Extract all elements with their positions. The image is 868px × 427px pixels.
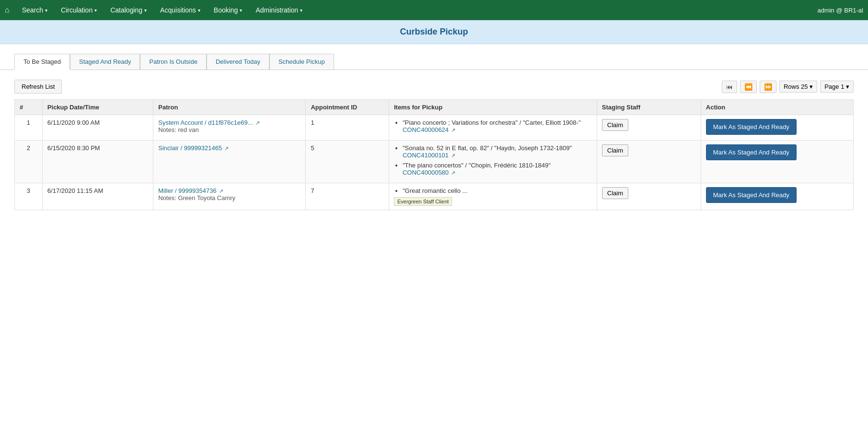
nav-search[interactable]: Search ▾ (15, 0, 54, 20)
next-page-button[interactable]: ⏩ (760, 81, 776, 93)
barcode-link[interactable]: CONC40000580 ↗ (403, 169, 455, 176)
tab-to-be-staged[interactable]: To Be Staged (14, 54, 70, 70)
claim-button[interactable]: Claim (602, 144, 628, 156)
row-datetime: 6/15/2020 8:30 PM (42, 141, 153, 183)
row-patron: System Account / d11f876c1e69... ↗Notes:… (153, 115, 306, 141)
tab-patron-is-outside[interactable]: Patron Is Outside (140, 54, 206, 70)
table-row: 26/15/2020 8:30 PMSinclair / 99999321465… (15, 141, 854, 183)
page-select[interactable]: Page 1 ▾ (820, 81, 854, 93)
claim-button[interactable]: Claim (602, 119, 628, 131)
patron-notes: Notes: red van (158, 126, 301, 133)
patron-link[interactable]: System Account / d11f876c1e69... ↗ (158, 119, 259, 126)
col-header-datetime: Pickup Date/Time (42, 100, 153, 115)
row-patron: Sinclair / 99999321465 ↗ (153, 141, 306, 183)
barcode-link[interactable]: CONC40000624 ↗ (403, 126, 455, 133)
appointments-table: # Pickup Date/Time Patron Appointment ID… (14, 99, 854, 210)
row-action: Mark As Staged And Ready (701, 141, 853, 183)
item-entry: "Sonata no. 52 in E flat, op. 82" / "Hay… (403, 144, 592, 159)
external-link-icon: ↗ (254, 120, 260, 126)
col-header-num: # (15, 100, 43, 115)
toolbar: Refresh List ⏮ ⏪ ⏩ Rows 25 ▾ Page 1 ▾ (14, 80, 854, 94)
mark-staged-button[interactable]: Mark As Staged And Ready (706, 187, 797, 203)
tab-staged-and-ready[interactable]: Staged And Ready (70, 54, 140, 70)
nav-cataloging[interactable]: Cataloging ▾ (104, 0, 153, 20)
tabs: To Be Staged Staged And Ready Patron Is … (14, 54, 854, 70)
main-content: Refresh List ⏮ ⏪ ⏩ Rows 25 ▾ Page 1 ▾ # … (0, 70, 868, 220)
barcode-external-icon: ↗ (450, 153, 455, 158)
item-title: "The piano concertos" / "Chopin, Frédéri… (403, 162, 551, 169)
row-staging-staff: Claim (597, 115, 701, 141)
nav-administration[interactable]: Administration ▾ (249, 0, 309, 20)
item-title: "Great romantic cello ... (403, 187, 467, 194)
row-num: 3 (15, 183, 43, 210)
item-title: "Sonata no. 52 in E flat, op. 82" / "Hay… (403, 144, 572, 152)
barcode-external-icon: ↗ (450, 170, 455, 176)
page-title: Curbside Pickup (400, 27, 468, 36)
tab-delivered-today[interactable]: Delivered Today (207, 54, 269, 70)
patron-link[interactable]: Sinclair / 99999321465 ↗ (158, 144, 229, 152)
mark-staged-button[interactable]: Mark As Staged And Ready (706, 119, 797, 135)
pagination-controls: ⏮ ⏪ ⏩ Rows 25 ▾ Page 1 ▾ (722, 81, 854, 93)
barcode-external-icon: ↗ (450, 127, 455, 133)
col-header-appointment: Appointment ID (306, 100, 389, 115)
col-header-patron: Patron (153, 100, 306, 115)
col-header-action: Action (701, 100, 853, 115)
nav-booking[interactable]: Booking ▾ (207, 0, 249, 20)
prev-page-button[interactable]: ⏪ (740, 81, 757, 93)
refresh-list-button[interactable]: Refresh List (14, 80, 62, 94)
barcode-link[interactable]: CONC41000101 ↗ (403, 152, 455, 159)
table-row: 36/17/2020 11:15 AMMiller / 99999354736 … (15, 183, 854, 210)
top-navigation: ⌂ Search ▾ Circulation ▾ Cataloging ▾ Ac… (0, 0, 868, 20)
row-appointment-id: 7 (306, 183, 389, 210)
row-items: "Sonata no. 52 in E flat, op. 82" / "Hay… (389, 141, 597, 183)
item-entry: "The piano concertos" / "Chopin, Frédéri… (403, 162, 592, 176)
row-datetime: 6/17/2020 11:15 AM (42, 183, 153, 210)
row-action: Mark As Staged And Ready (701, 115, 853, 141)
row-num: 2 (15, 141, 43, 183)
row-items: "Great romantic cello ...Evergreen Staff… (389, 183, 597, 210)
row-appointment-id: 5 (306, 141, 389, 183)
tabs-container: To Be Staged Staged And Ready Patron Is … (0, 44, 868, 70)
row-appointment-id: 1 (306, 115, 389, 141)
row-items: "Piano concerto ; Variations for orchest… (389, 115, 597, 141)
user-info: admin @ BR1-al (817, 7, 863, 14)
first-page-button[interactable]: ⏮ (722, 81, 737, 93)
row-patron: Miller / 99999354736 ↗Notes: Green Toyot… (153, 183, 306, 210)
nav-acquisitions[interactable]: Acquisitions ▾ (153, 0, 207, 20)
rows-per-page-select[interactable]: Rows 25 ▾ (779, 81, 817, 93)
patron-link[interactable]: Miller / 99999354736 ↗ (158, 187, 223, 194)
tab-schedule-pickup[interactable]: Schedule Pickup (269, 54, 334, 70)
external-link-icon: ↗ (218, 188, 223, 194)
row-datetime: 6/11/2020 9:00 AM (42, 115, 153, 141)
row-staging-staff: Claim (597, 141, 701, 183)
col-header-staging: Staging Staff (597, 100, 701, 115)
item-entry: "Piano concerto ; Variations for orchest… (403, 119, 592, 133)
nav-circulation[interactable]: Circulation ▾ (54, 0, 104, 20)
row-num: 1 (15, 115, 43, 141)
col-header-items: Items for Pickup (389, 100, 597, 115)
patron-notes: Notes: Green Toyota Camry (158, 194, 301, 202)
item-entry: "Great romantic cello ... (403, 187, 592, 194)
external-link-icon: ↗ (223, 145, 229, 151)
evergreen-tooltip: Evergreen Staff Client (394, 197, 452, 206)
home-icon[interactable]: ⌂ (5, 6, 10, 14)
table-row: 16/11/2020 9:00 AMSystem Account / d11f8… (15, 115, 854, 141)
claim-button[interactable]: Claim (602, 187, 628, 199)
row-staging-staff: Claim (597, 183, 701, 210)
mark-staged-button[interactable]: Mark As Staged And Ready (706, 144, 797, 160)
item-title: "Piano concerto ; Variations for orchest… (403, 119, 581, 126)
page-title-bar: Curbside Pickup (0, 20, 868, 44)
row-action: Mark As Staged And Ready (701, 183, 853, 210)
